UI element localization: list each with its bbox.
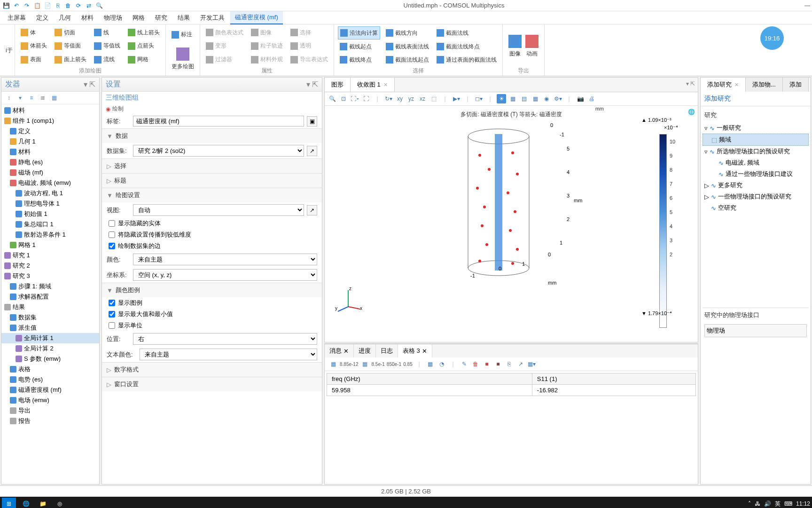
ribbon-cutplane-normal[interactable]: 截面法线 [435,26,499,40]
view-select[interactable]: 自动 [133,204,304,216]
grid-icon[interactable]: ▦ [531,94,540,103]
undo-icon[interactable]: ↶ [12,1,21,10]
ribbon-cutline-dir[interactable]: 截线方向 [384,26,431,40]
tree2-icon[interactable]: ≣ [38,94,47,102]
tab-log[interactable]: 日志 [376,344,398,357]
zoom-extents-icon[interactable]: ⛶▾ [350,94,359,103]
tab-table3[interactable]: 表格 3✕ [398,344,432,357]
menu-mesh[interactable]: 网格 [128,12,149,24]
xz-view-icon[interactable]: xz [418,94,427,103]
tray-lang[interactable]: 英 [775,500,781,508]
table-format-icon[interactable]: ▦ [360,359,369,369]
ribbon-annotation[interactable]: 标注 [170,26,196,43]
sync-icon[interactable]: ⇄ [85,1,93,10]
tray-up-icon[interactable]: ˄ [748,500,751,507]
start-button[interactable]: ⊞ [2,498,16,508]
tab-graphics[interactable]: 图形 [325,78,351,92]
chk-plot-edges[interactable] [109,243,115,249]
table-copy-icon[interactable]: ⎘ [505,359,514,369]
ribbon-volume[interactable]: 体 [19,26,49,39]
dataset-goto-icon[interactable]: ↗ [307,146,317,156]
edge-icon[interactable]: 🌐 [19,498,33,508]
coord-select[interactable]: 空间 (x, y, z) [133,269,317,281]
tab-progress[interactable]: 进度 [354,344,376,357]
print-icon[interactable]: 🖨 [587,94,596,103]
snapshot-icon[interactable]: 📷 [576,94,585,103]
ribbon-isosurface[interactable]: 等值面 [53,40,88,53]
explorer-icon[interactable]: 📁 [36,498,50,508]
minimize-icon[interactable]: — [804,2,810,9]
tab-convergence[interactable]: 收敛图 1✕ [351,78,395,92]
label-input[interactable] [133,116,304,127]
zoom-box-icon[interactable]: ⊡ [339,94,348,103]
comsol-icon[interactable]: ◎ [53,498,67,508]
graphics-canvas[interactable]: mm 多切面: 磁通密度模 (T) 等箭头: 磁通密度 [325,106,698,342]
tree3-icon[interactable]: ▦ [49,94,59,102]
duplicate-icon[interactable]: ⎘ [54,1,62,10]
model-tree[interactable]: 材料 组件 1 (comp1) 定义 几何 1 材料 静电 (es) 磁场 (m… [1,104,99,484]
table-export-icon[interactable]: ↗ [516,359,525,369]
tab-add-physics[interactable]: 添加物... [746,78,783,92]
close-icon[interactable]: ✕ [383,82,388,88]
ribbon-export-image[interactable]: 图像 [507,26,523,66]
view-goto-icon[interactable]: ↗ [307,205,317,215]
orient-icon[interactable]: ⬚ [429,94,438,103]
ribbon-streamline[interactable]: 流线 [92,53,122,66]
ribbon-normal-eval[interactable]: 沿法向计算 [338,26,380,40]
ribbon-cutline-surf-normal[interactable]: 截线表面法线 [384,40,431,53]
color-select[interactable]: 来自主题 [133,254,317,265]
tray-sound-icon[interactable]: 🔊 [764,500,771,507]
plot-button[interactable]: ◉绘制 [102,104,322,114]
ribbon-surface[interactable]: 表面 [19,53,49,66]
refresh-icon[interactable]: ⟳ [74,1,83,10]
tree-icon[interactable]: ≡ [27,94,36,102]
section-data[interactable]: 数据 [116,132,128,140]
wireframe-icon[interactable]: ▤ [519,94,529,103]
tray-net-icon[interactable]: 🖧 [755,500,760,507]
transparency-icon[interactable]: ▦ [508,94,517,103]
table-fill2-icon[interactable]: ■ [493,359,503,369]
xy-view-icon[interactable]: xy [395,94,405,103]
section-window-settings[interactable]: 窗口设置 [114,380,139,389]
table-edit-icon[interactable]: ✎ [460,359,469,369]
chk-show-minmax[interactable] [109,311,115,318]
chk-show-legend[interactable] [109,300,115,306]
section-title-s[interactable]: 标题 [114,176,126,185]
table-grid-icon[interactable]: ▦ [426,359,435,369]
ribbon-arrow-point[interactable]: 点箭头 [126,40,162,53]
position-select[interactable]: 右 [133,333,317,345]
copy-icon[interactable]: 📋 [33,1,41,10]
world-icon[interactable]: 🌐 [688,109,695,115]
ribbon-line[interactable]: 线 [92,26,122,39]
light-toggle-icon[interactable]: ☀ [497,94,506,103]
table-more-icon[interactable]: ▦▾ [527,359,537,369]
table-delete-icon[interactable]: 🗑 [471,359,480,369]
tab-messages[interactable]: 消息✕ [325,344,354,357]
collapse-icon[interactable]: ▾ [16,94,25,102]
delete-icon[interactable]: 🗑 [64,1,72,10]
add-study-button[interactable]: 添加研究 [704,95,731,102]
render-icon[interactable]: ◉ [542,94,551,103]
table-plot-icon[interactable]: ▦ [328,359,338,369]
ribbon-more-plots[interactable]: 更多绘图 [170,43,196,75]
menu-devtools[interactable]: 开发工具 [195,12,229,24]
ribbon-contour[interactable]: 等值线 [92,40,122,53]
table-fill-icon[interactable]: ■ [482,359,492,369]
menu-geometry[interactable]: 几何 [54,12,76,24]
section-color-legend[interactable]: 颜色图例 [116,286,140,294]
dataset-select[interactable]: 研究 2/解 2 (sol2) [133,145,304,157]
study-frequency-domain[interactable]: ⬚频域 [703,134,809,146]
menu-physics[interactable]: 物理场 [99,12,127,24]
ribbon-arrow-surface[interactable]: 面上箭头 [53,53,88,66]
ribbon-volume-arrow[interactable]: 体箭头 [19,40,49,53]
yz-view-icon[interactable]: yz [406,94,416,103]
section-selection[interactable]: 选择 [114,162,126,170]
tab-add[interactable]: 添加 [783,78,809,92]
label-action-icon[interactable]: ▣ [307,116,317,127]
redo-icon[interactable]: ↷ [23,1,31,10]
ribbon-mesh-plot[interactable]: 网格 [126,53,162,66]
select-icon[interactable]: ◻▾ [474,94,484,103]
menu-results[interactable]: 结果 [173,12,195,24]
section-number-format[interactable]: 数字格式 [114,365,139,374]
chk-propagate[interactable] [109,231,115,238]
